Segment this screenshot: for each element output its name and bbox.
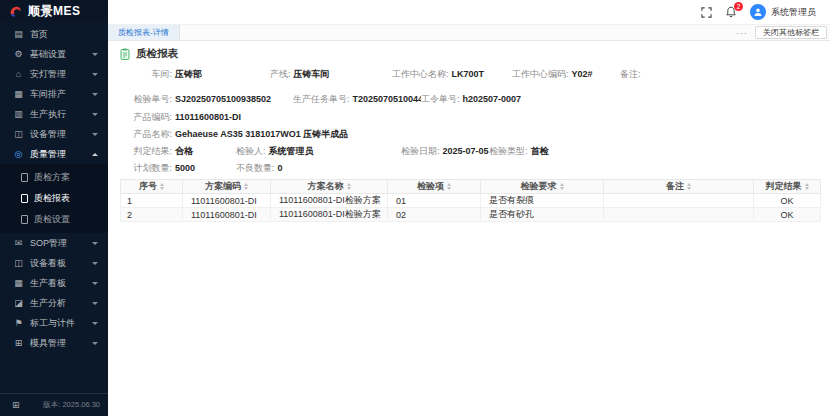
- chevron-up-icon: [92, 153, 98, 156]
- sidebar-subitem-inspection-settings[interactable]: 质检设置: [0, 209, 108, 230]
- table-cell: 2: [121, 208, 183, 222]
- table-cell: 02: [388, 208, 481, 222]
- table-header-row: 序号方案编码方案名称检验项检验要求备注判定结果: [121, 180, 821, 194]
- detail-row: 产品编码:11011600801-DI: [120, 111, 820, 123]
- field-label: 不良数量:: [236, 162, 275, 174]
- field-label: 检验日期:: [401, 145, 440, 157]
- sort-icon[interactable]: [447, 183, 451, 190]
- field-value: 系统管理员: [269, 145, 314, 157]
- chevron-down-icon: [92, 53, 98, 56]
- equipment-icon: ◫: [12, 129, 25, 139]
- field-value: h202507-0007: [463, 93, 522, 105]
- sidebar-item-home[interactable]: ▤首页: [0, 24, 108, 44]
- detail-field: 检验单号:SJ20250705100938502: [120, 93, 293, 105]
- sidebar-subitem-label: 质检方案: [34, 171, 70, 184]
- sidebar-item-production-execution[interactable]: ▥生产执行: [0, 104, 108, 124]
- sop-icon: ✉: [12, 238, 25, 248]
- sidebar-item-mold[interactable]: ⊞模具管理: [0, 333, 108, 353]
- inspection-items-table: 序号方案编码方案名称检验项检验要求备注判定结果111011600801-DI11…: [120, 179, 821, 222]
- field-label: 检验单号:: [120, 93, 172, 105]
- table-row: 111011600801-DI11011600801-DI检验方案01是否有裂痕…: [121, 194, 821, 208]
- sidebar-submenu: 质检方案质检报表质检设置: [0, 164, 108, 233]
- column-header[interactable]: 检验要求: [481, 180, 604, 194]
- table-cell: [604, 208, 754, 222]
- equipment-board-icon: ◫: [12, 258, 25, 268]
- andon-icon: ⌂: [12, 69, 25, 79]
- field-value: 5000: [175, 162, 195, 174]
- scheduling-icon: ▦: [12, 89, 25, 99]
- detail-field: 备注:: [620, 68, 644, 80]
- sidebar-item-sop[interactable]: ✉SOP管理: [0, 233, 108, 253]
- sidebar-item-piecework[interactable]: ⚑标工与计件: [0, 313, 108, 333]
- sidebar-subitem-inspection-plan[interactable]: 质检方案: [0, 167, 108, 188]
- column-header[interactable]: 序号: [121, 180, 183, 194]
- sort-icon[interactable]: [244, 183, 248, 190]
- detail-field: 产品名称:Gehaeuse AS35 3181017WO1 压铸半成品: [120, 128, 348, 140]
- chevron-down-icon: [92, 342, 98, 345]
- table-cell: 11011600801-DI检验方案: [271, 208, 388, 222]
- logo-icon: [8, 4, 23, 19]
- detail-row: 计划数量:5000不良数量:0: [120, 162, 820, 174]
- table-cell: 是否有裂痕: [481, 194, 604, 208]
- sidebar-item-label: 生产分析: [30, 297, 66, 310]
- column-header[interactable]: 判定结果: [754, 180, 821, 194]
- sidebar-item-equipment[interactable]: ◫设备管理: [0, 124, 108, 144]
- sort-icon[interactable]: [347, 183, 351, 190]
- sort-icon[interactable]: [687, 183, 691, 190]
- field-value: 2025-07-05: [443, 145, 489, 157]
- detail-field: 判定结果:合格: [120, 145, 236, 157]
- tab-bar: 质检报表-详情 ··· 关闭其他标签栏: [108, 25, 830, 41]
- sort-icon[interactable]: [160, 183, 164, 190]
- chevron-down-icon: [92, 133, 98, 136]
- sort-icon[interactable]: [560, 183, 564, 190]
- sidebar-subitem-inspection-report[interactable]: 质检报表: [0, 188, 108, 209]
- sidebar-item-label: 设备看板: [30, 257, 66, 270]
- sidebar-item-label: 安灯管理: [30, 68, 66, 81]
- chevron-down-icon: [92, 302, 98, 305]
- column-header[interactable]: 方案编码: [183, 180, 271, 194]
- detail-field: 生产任务单号:T20250705100448319: [293, 93, 421, 105]
- tab-quality-report-detail[interactable]: 质检报表-详情: [108, 25, 180, 40]
- sidebar-item-label: 车间排产: [30, 88, 66, 101]
- person-icon: [753, 7, 763, 17]
- close-other-tabs-button[interactable]: 关闭其他标签栏: [755, 26, 827, 39]
- sidebar-item-andon[interactable]: ⌂安灯管理: [0, 64, 108, 84]
- sort-icon[interactable]: [805, 183, 809, 190]
- field-value: T20250705100448319: [353, 93, 421, 105]
- field-value: 0: [278, 162, 283, 174]
- tab-controls: ··· 关闭其他标签栏: [736, 25, 830, 40]
- sidebar-item-label: 生产执行: [30, 108, 66, 121]
- column-header[interactable]: 方案名称: [271, 180, 388, 194]
- chevron-down-icon: [92, 93, 98, 96]
- sidebar-item-basic-settings[interactable]: ⚙基础设置: [0, 44, 108, 64]
- sidebar-item-workshop-scheduling[interactable]: ▦车间排产: [0, 84, 108, 104]
- detail-field: 不良数量:0: [236, 162, 283, 174]
- collapse-menu-icon[interactable]: ⊞: [12, 400, 20, 410]
- chevron-down-icon: [92, 113, 98, 116]
- main-area: 2 系统管理员 质检报表-详情 ··· 关闭其他标签栏: [108, 0, 830, 416]
- topbar: 2 系统管理员: [108, 0, 830, 25]
- table-cell: 是否有砂孔: [481, 208, 604, 222]
- fullscreen-icon[interactable]: [701, 7, 712, 18]
- table-cell: 11011600801-DI: [183, 208, 271, 222]
- sidebar-item-equipment-board[interactable]: ◫设备看板: [0, 253, 108, 273]
- sidebar-item-label: 设备管理: [30, 128, 66, 141]
- user-menu[interactable]: 系统管理员: [750, 4, 816, 20]
- sidebar-item-quality[interactable]: ◎质量管理: [0, 144, 108, 164]
- report-doc-icon: [120, 48, 131, 60]
- detail-field: 检验日期:2025-07-05: [401, 145, 489, 157]
- detail-field: 检验人:系统管理员: [236, 145, 401, 157]
- field-label: 备注:: [620, 68, 641, 80]
- sidebar-item-label: 生产看板: [30, 277, 66, 290]
- tab-more-icon[interactable]: ···: [736, 28, 748, 38]
- sidebar-item-production-analysis[interactable]: ◪生产分析: [0, 293, 108, 313]
- report-page: 质检报表 车间:压铸部产线:压铸车间工作中心名称:LK700T工作中心编码:Y0…: [108, 41, 830, 416]
- sidebar-item-production-board[interactable]: ▦生产看板: [0, 273, 108, 293]
- sidebar-menu: ▤首页⚙基础设置⌂安灯管理▦车间排产▥生产执行◫设备管理◎质量管理质检方案质检报…: [0, 22, 108, 353]
- field-label: 产线:: [270, 68, 291, 80]
- column-header[interactable]: 检验项: [388, 180, 481, 194]
- notification-bell[interactable]: 2: [725, 6, 737, 18]
- column-header[interactable]: 备注: [604, 180, 754, 194]
- sidebar-item-label: 基础设置: [30, 48, 66, 61]
- field-value: 压铸车间: [294, 68, 330, 80]
